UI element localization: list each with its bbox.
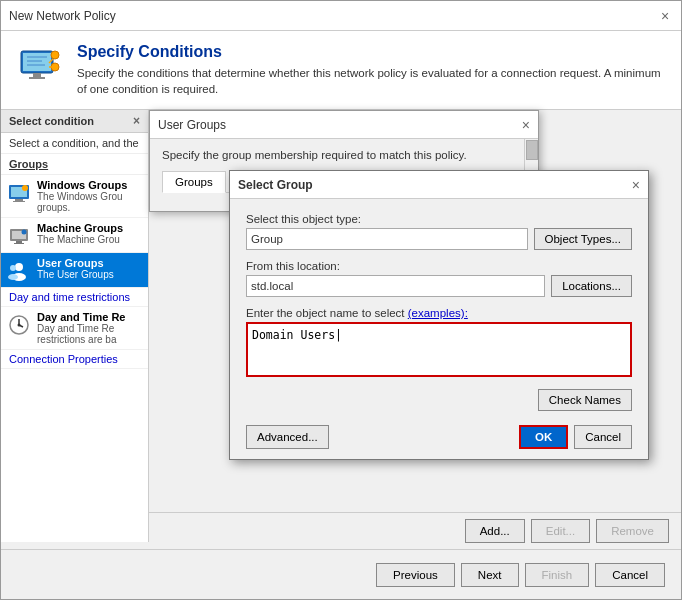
outer-window: New Network Policy × [0,0,682,600]
sg-ok-cancel-group: OK Cancel [519,425,632,449]
sg-locations-button[interactable]: Locations... [551,275,632,297]
windows-groups-title: Windows Groups [37,179,142,191]
tab-groups[interactable]: Groups [162,171,226,193]
sidebar-close-button[interactable]: × [133,114,140,128]
header-icon [17,43,65,91]
sg-object-type-row: Object Types... [246,228,632,250]
sg-location-input[interactable] [246,275,545,297]
machine-groups-icon [7,224,31,248]
sidebar-title-label: Select condition [9,115,94,127]
scrollbar-thumb[interactable] [526,140,538,160]
header-text: Specify Conditions Specify the condition… [77,43,665,97]
main-panel: User Groups × Specify the group membersh… [149,110,681,542]
svg-point-28 [18,324,21,327]
machine-groups-text: Machine Groups The Machine Grou [37,222,123,245]
day-time-text: Day and Time Re Day and Time Re restrict… [37,311,142,345]
previous-button[interactable]: Previous [376,563,455,587]
user-groups-text: User Groups The User Groups [37,257,114,280]
sidebar-item-user-groups[interactable]: User Groups The User Groups [1,253,148,288]
outer-window-title: New Network Policy [9,9,116,23]
finish-button[interactable]: Finish [525,563,590,587]
sg-object-name-label: Enter the object name to select (example… [246,307,632,319]
sidebar-item-day-time[interactable]: Day and Time Re Day and Time Re restrict… [1,307,148,350]
user-groups-title: User Groups [37,257,114,269]
edit-button[interactable]: Edit... [531,519,590,543]
select-group-dialog: Select Group × Select this object type: … [229,170,649,460]
header-section: Specify Conditions Specify the condition… [1,31,681,110]
svg-rect-3 [29,77,45,79]
next-button[interactable]: Next [461,563,519,587]
svg-rect-18 [16,241,22,243]
sg-dialog-title: Select Group [238,178,313,192]
sg-object-name-input[interactable]: Domain Users| [252,328,626,368]
user-groups-desc: The User Groups [37,269,114,280]
sg-dialog-footer: Advanced... OK Cancel [230,421,648,459]
windows-groups-icon [7,181,31,205]
content-area: Select condition × Select a condition, a… [1,110,681,542]
svg-rect-1 [23,53,51,71]
machine-groups-title: Machine Groups [37,222,123,234]
sidebar-item-machine-groups[interactable]: Machine Groups The Machine Grou [1,218,148,253]
sg-object-type-input[interactable] [246,228,528,250]
windows-groups-desc: The Windows Grou groups. [37,191,142,213]
outer-titlebar: New Network Policy × [1,1,681,31]
sg-advanced-button[interactable]: Advanced... [246,425,329,449]
windows-groups-text: Windows Groups The Windows Grou groups. [37,179,142,213]
sg-check-names-button[interactable]: Check Names [538,389,632,411]
sidebar-panel: Select condition × Select a condition, a… [1,110,149,542]
user-groups-icon [7,259,31,283]
sidebar-subtitle: Select a condition, and the [1,133,148,154]
sg-object-type-label: Select this object type: [246,213,632,225]
svg-rect-13 [15,199,23,201]
sidebar-day-time-label[interactable]: Day and time restrictions [1,288,148,307]
sg-location-row: Locations... [246,275,632,297]
svg-point-23 [10,265,16,271]
sidebar-connection-label[interactable]: Connection Properties [1,350,148,369]
sg-location-label: From this location: [246,260,632,272]
svg-point-4 [51,51,59,59]
sidebar-group-label: Groups [1,154,148,175]
svg-point-21 [15,263,23,271]
machine-groups-desc: The Machine Grou [37,234,123,245]
sg-ok-button[interactable]: OK [519,425,568,449]
user-groups-dialog-title: User Groups [158,118,226,132]
sg-bottom-row: Check Names [246,389,632,411]
sg-object-name-container: Domain Users| [246,322,632,377]
svg-rect-19 [14,243,24,244]
header-description: Specify the conditions that determine wh… [77,65,665,97]
svg-point-24 [8,274,18,280]
sg-close-button[interactable]: × [632,177,640,193]
svg-point-15 [22,185,28,191]
add-button[interactable]: Add... [465,519,525,543]
cancel-button[interactable]: Cancel [595,563,665,587]
sg-examples-link[interactable]: (examples): [408,307,468,319]
day-time-icon [7,313,31,337]
sidebar-item-windows-groups[interactable]: Windows Groups The Windows Grou groups. [1,175,148,218]
outer-close-button[interactable]: × [657,8,673,24]
svg-rect-14 [13,201,25,202]
action-bar: Add... Edit... Remove [149,512,681,549]
sg-content: Select this object type: Object Types...… [230,199,648,421]
day-time-desc: Day and Time Re restrictions are ba [37,323,142,345]
sg-object-types-button[interactable]: Object Types... [534,228,633,250]
user-groups-titlebar: User Groups × [150,111,538,139]
sg-titlebar: Select Group × [230,171,648,199]
remove-button[interactable]: Remove [596,519,669,543]
user-groups-close-button[interactable]: × [522,117,530,133]
sidebar-title: Select condition × [1,110,148,133]
nav-bar: Previous Next Finish Cancel [1,549,681,599]
user-groups-desc: Specify the group membership required to… [162,149,526,161]
day-time-title: Day and Time Re [37,311,142,323]
sg-cancel-button[interactable]: Cancel [574,425,632,449]
svg-point-20 [22,230,27,235]
header-title: Specify Conditions [77,43,665,61]
